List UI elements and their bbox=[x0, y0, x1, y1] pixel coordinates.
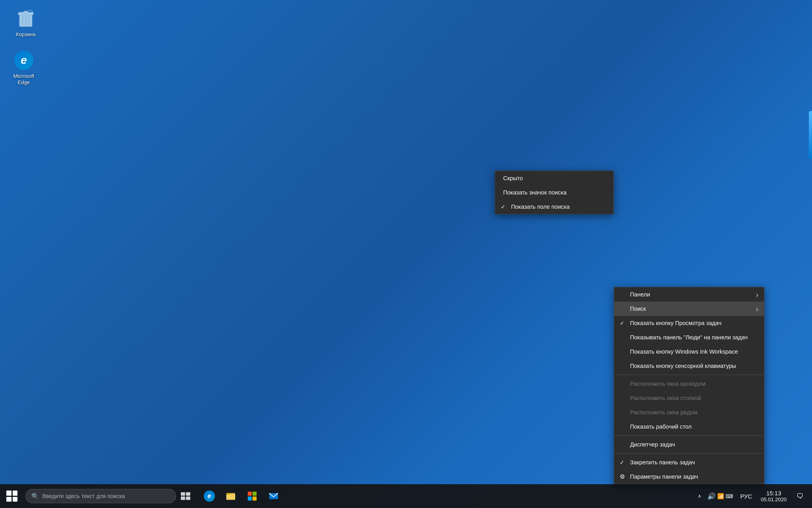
taskbar-edge-icon: e bbox=[204, 491, 215, 502]
desktop-icon-edge[interactable]: e Microsoft Edge bbox=[6, 48, 42, 88]
taskbar-edge-button[interactable]: e bbox=[199, 484, 220, 508]
separator-1 bbox=[614, 375, 764, 375]
separator-3 bbox=[614, 453, 764, 454]
recycle-bin-icon bbox=[15, 8, 36, 29]
svg-rect-16 bbox=[253, 496, 257, 500]
svg-rect-14 bbox=[253, 492, 257, 496]
svg-rect-15 bbox=[248, 496, 252, 500]
search-submenu: Скрыто Показать значок поиска Показать п… bbox=[495, 171, 614, 214]
svg-rect-11 bbox=[226, 493, 230, 495]
search-hidden-item[interactable]: Скрыто bbox=[495, 171, 613, 185]
show-task-view-item[interactable]: Показать кнопку Просмотра задач bbox=[614, 316, 764, 330]
windows-logo-icon bbox=[6, 491, 17, 502]
accent-bar bbox=[809, 111, 812, 159]
language-button[interactable]: РУС bbox=[736, 484, 756, 508]
svg-rect-13 bbox=[248, 492, 252, 496]
show-ink-item[interactable]: Показать кнопку Windows Ink Workspace bbox=[614, 344, 764, 359]
taskbar-mail-icon bbox=[268, 491, 279, 501]
volume-icon: 📶 bbox=[717, 493, 724, 499]
task-manager-label: Диспетчер задач bbox=[630, 441, 675, 448]
side-by-side-item: Расположить окна рядом bbox=[614, 405, 764, 419]
search-item[interactable]: Поиск bbox=[614, 302, 764, 316]
search-placeholder: Введите здесь текст для поиска bbox=[42, 493, 125, 499]
show-people-item[interactable]: Показывать панель "Люди" на панели задач bbox=[614, 330, 764, 344]
show-keyboard-item[interactable]: Показать кнопку сенсорной клавиатуры bbox=[614, 359, 764, 373]
recycle-bin-label: Корзина bbox=[16, 31, 36, 38]
search-icon: 🔍 bbox=[31, 493, 39, 500]
show-keyboard-label: Показать кнопку сенсорной клавиатуры bbox=[630, 363, 736, 369]
clock-date: 05.01.2020 bbox=[761, 496, 787, 502]
language-label: РУС bbox=[740, 493, 752, 500]
taskbar: 🔍 Введите здесь текст для поиска e bbox=[0, 484, 812, 508]
side-by-side-label: Расположить окна рядом bbox=[630, 409, 697, 416]
panels-item[interactable]: Панели bbox=[614, 287, 764, 302]
taskbar-settings-label: Параметры панели задач bbox=[630, 473, 698, 480]
stack-item: Расположить окна стопкой bbox=[614, 391, 764, 405]
cascade-label: Расположить окна каскадом bbox=[630, 381, 705, 387]
notification-button[interactable]: 🗨 bbox=[791, 484, 809, 508]
svg-rect-6 bbox=[181, 492, 185, 496]
network-icon: 🔊 bbox=[707, 492, 716, 500]
panels-label: Панели bbox=[630, 291, 650, 298]
edge-label: Microsoft Edge bbox=[8, 73, 39, 85]
start-button[interactable] bbox=[0, 484, 24, 508]
search-show-icon-item[interactable]: Показать значок поиска bbox=[495, 185, 613, 200]
svg-rect-9 bbox=[186, 496, 190, 500]
search-show-field-item[interactable]: Показать поле поиска bbox=[495, 200, 613, 214]
taskbar-store-button[interactable] bbox=[242, 484, 262, 508]
tray-icons-group[interactable]: 🔊 📶 ⌨ bbox=[704, 484, 736, 508]
task-manager-item[interactable]: Диспетчер задач bbox=[614, 437, 764, 452]
search-bar[interactable]: 🔍 Введите здесь текст для поиска bbox=[25, 489, 176, 503]
expand-tray-icon: ∧ bbox=[698, 493, 701, 499]
expand-tray-button[interactable]: ∧ bbox=[695, 484, 704, 508]
svg-rect-2 bbox=[23, 11, 28, 13]
show-desktop-label: Показать рабочий стол bbox=[630, 423, 692, 430]
search-show-field-label: Показать поле поиска bbox=[511, 204, 570, 210]
lock-taskbar-item[interactable]: Закрепить панель задач bbox=[614, 455, 764, 470]
edge-icon: e bbox=[13, 50, 34, 71]
taskbar-pinned-icons: e bbox=[199, 484, 284, 508]
svg-rect-12 bbox=[226, 495, 235, 500]
main-context-menu: Панели Поиск Показать кнопку Просмотра з… bbox=[614, 287, 764, 484]
task-view-icon bbox=[180, 491, 191, 501]
show-desktop-item[interactable]: Показать рабочий стол bbox=[614, 419, 764, 434]
taskbar-mail-button[interactable] bbox=[263, 484, 284, 508]
show-people-label: Показывать панель "Люди" на панели задач bbox=[630, 334, 748, 341]
desktop-icon-recycle[interactable]: Корзина bbox=[8, 6, 44, 40]
taskbar-settings-item[interactable]: ⚙ Параметры панели задач bbox=[614, 470, 764, 484]
lock-taskbar-label: Закрепить панель задач bbox=[630, 459, 695, 466]
taskbar-store-icon bbox=[247, 491, 257, 501]
separator-2 bbox=[614, 435, 764, 436]
task-view-button[interactable] bbox=[176, 484, 195, 508]
wifi-icon: ⌨ bbox=[726, 493, 733, 499]
search-label: Поиск bbox=[630, 306, 646, 312]
clock-time: 15:13 bbox=[766, 490, 781, 496]
clock[interactable]: 15:13 05.01.2020 bbox=[756, 484, 791, 508]
gear-icon: ⚙ bbox=[620, 473, 625, 480]
stack-label: Расположить окна стопкой bbox=[630, 395, 701, 401]
show-ink-label: Показать кнопку Windows Ink Workspace bbox=[630, 348, 738, 355]
desktop: Корзина e Microsoft Edge Скрыто Показать… bbox=[0, 0, 812, 508]
show-task-view-label: Показать кнопку Просмотра задач bbox=[630, 320, 722, 326]
svg-rect-7 bbox=[186, 492, 190, 496]
search-show-icon-label: Показать значок поиска bbox=[503, 189, 567, 196]
taskbar-explorer-icon bbox=[226, 491, 236, 501]
notification-icon: 🗨 bbox=[797, 492, 804, 500]
svg-rect-8 bbox=[181, 496, 185, 500]
system-tray: ∧ 🔊 📶 ⌨ РУС 15:13 05.01.2020 🗨 bbox=[695, 484, 812, 508]
cascade-item: Расположить окна каскадом bbox=[614, 377, 764, 391]
taskbar-explorer-button[interactable] bbox=[220, 484, 241, 508]
search-hidden-label: Скрыто bbox=[503, 175, 523, 181]
